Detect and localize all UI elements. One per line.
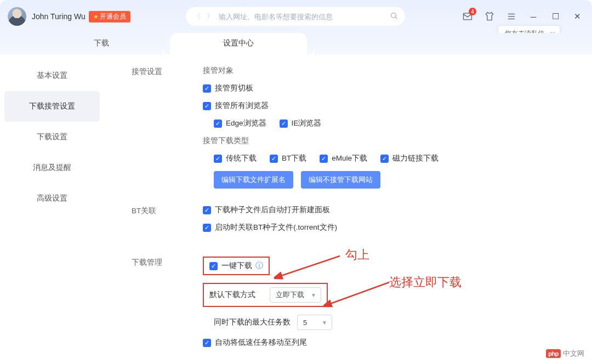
checkbox-open-panel[interactable]: ✓下载种子文件后自动打开新建面板 [203,205,330,215]
checkbox-magnet[interactable]: ✓磁力链接下载 [380,153,439,163]
max-tasks-label: 同时下载的最大任务数 [214,317,291,327]
settings-content: 接管设置 接管对象 ✓接管剪切板 ✓接管所有浏览器 ✓Edge浏览器 ✓IE浏览… [104,55,592,364]
sidebar-item-basic[interactable]: 基本设置 [4,60,100,91]
annotation-box-default-mode: 默认下载方式 立即下载 ▼ [203,283,328,307]
search-bar: 〈 〉 [186,7,405,26]
checkbox-oneclick[interactable]: ✓一键下载 [209,261,252,271]
search-input[interactable] [219,13,390,21]
sidebar-item-advanced[interactable]: 高级设置 [4,183,100,214]
section-title-takeover: 接管设置 [132,66,203,189]
checkbox-move-slow[interactable]: ✓自动将低速任务移动至列尾 [203,338,307,348]
info-icon[interactable]: ⓘ [255,261,263,271]
svg-line-1 [395,17,397,19]
max-tasks-select[interactable]: 5 ▼ [297,315,332,330]
edit-block-sites-button[interactable]: 编辑不接管下载网站 [301,171,380,189]
settings-sidebar: 基本设置 下载接管设置 下载设置 消息及提醒 高级设置 [0,55,104,364]
checkbox-bt[interactable]: ✓BT下载 [270,153,306,163]
annotation-box-oneclick: ✓一键下载 ⓘ [203,257,270,275]
messages-badge: 4 [469,8,476,15]
chevron-down-icon: ▼ [311,292,316,298]
sidebar-item-notify[interactable]: 消息及提醒 [4,152,100,183]
watermark-logo-icon: php [546,349,561,358]
nav-forward-icon[interactable]: 〉 [206,12,215,21]
edit-extensions-button[interactable]: 编辑下载文件扩展名 [214,171,293,189]
avatar[interactable] [8,7,26,26]
checkbox-edge[interactable]: ✓Edge浏览器 [214,118,266,128]
checkbox-traditional[interactable]: ✓传统下载 [214,153,257,163]
close-button[interactable]: ✕ [570,9,584,24]
messages-icon[interactable]: 4 [460,9,475,24]
checkbox-assoc-torrent[interactable]: ✓启动时关联BT种子文件(.torrent文件) [203,223,337,232]
skin-icon[interactable] [482,9,497,24]
tab-bar: 下载 设置中心 [0,33,592,55]
default-mode-select[interactable]: 立即下载 ▼ [270,287,321,303]
sidebar-item-download[interactable]: 下载设置 [4,122,100,152]
tab-downloads[interactable]: 下载 [33,33,170,55]
search-icon[interactable] [390,12,399,22]
sidebar-item-takeover[interactable]: 下载接管设置 [4,91,100,122]
default-mode-label: 默认下载方式 [209,290,255,300]
minimize-button[interactable]: ─ [526,9,540,24]
section-title-bt: BT关联 [132,205,203,240]
maximize-button[interactable]: ☐ [548,9,562,24]
annotation-check: 勾上 [345,247,369,263]
checkbox-emule[interactable]: ✓eMule下载 [320,153,367,163]
takeover-target-label: 接管对象 [203,66,592,76]
checkbox-all-browsers[interactable]: ✓接管所有浏览器 [203,101,269,111]
takeover-type-label: 接管下载类型 [203,136,592,146]
watermark: php 中文网 [546,349,584,359]
section-title-dlmgr: 下载管理 [132,257,203,355]
vip-badge[interactable]: 开通会员 [89,11,130,22]
app-header: John Turing Wu 开通会员 〈 〉 4 ─ ☐ ✕ 您有未读私信 ✕ [0,0,592,33]
tab-settings[interactable]: 设置中心 [170,33,307,55]
annotation-select: 选择立即下载 [389,274,462,291]
checkbox-ie[interactable]: ✓IE浏览器 [280,118,322,128]
menu-icon[interactable] [504,9,519,24]
chevron-down-icon: ▼ [322,320,327,326]
username: John Turing Wu [32,12,86,21]
svg-point-0 [391,13,396,18]
checkbox-clipboard[interactable]: ✓接管剪切板 [203,83,253,93]
nav-back-icon[interactable]: 〈 [192,12,202,21]
